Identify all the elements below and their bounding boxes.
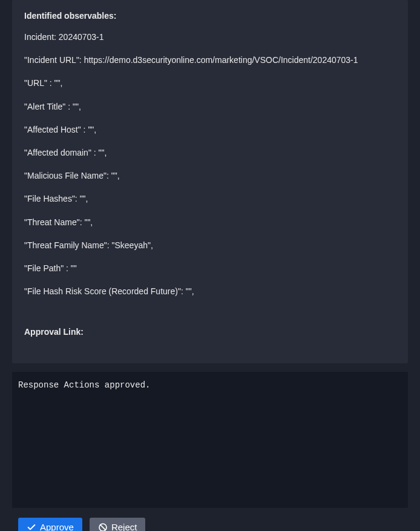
approve-button[interactable]: Approve [18,518,82,531]
observable-line: "File Hash Risk Score (Recorded Future)"… [24,286,396,297]
approval-link-heading: Approval Link: [24,327,396,337]
observable-line: "File Hashes": "", [24,193,396,204]
observable-line: "Threat Family Name": "Skeeyah", [24,240,396,251]
reject-button[interactable]: Reject [90,518,146,531]
button-row: Approve Reject [18,518,408,531]
response-panel: Response Actions approved. [12,372,408,508]
observable-line: "Alert Title" : "", [24,101,396,112]
observable-line: Incident: 20240703-1 [24,31,396,42]
observable-line: "Malicious File Name": "", [24,170,396,181]
observable-line: "URL" : "", [24,78,396,88]
ban-icon [98,523,108,531]
observable-line: "Affected Host" : "", [24,124,396,135]
response-text: Response Actions approved. [18,380,402,390]
observables-panel: Identified observables: Incident: 202407… [12,0,408,363]
observables-heading: Identified observables: [24,11,396,21]
observable-line: "Affected domain" : "", [24,147,396,158]
svg-line-1 [100,524,106,530]
observable-line: "File Path" : "" [24,263,396,274]
observable-line: "Incident URL": https://demo.d3securityo… [24,54,396,65]
approve-button-label: Approve [40,522,74,531]
reject-button-label: Reject [111,522,137,531]
check-icon [27,523,36,531]
observable-line: "Threat Name": "", [24,217,396,228]
